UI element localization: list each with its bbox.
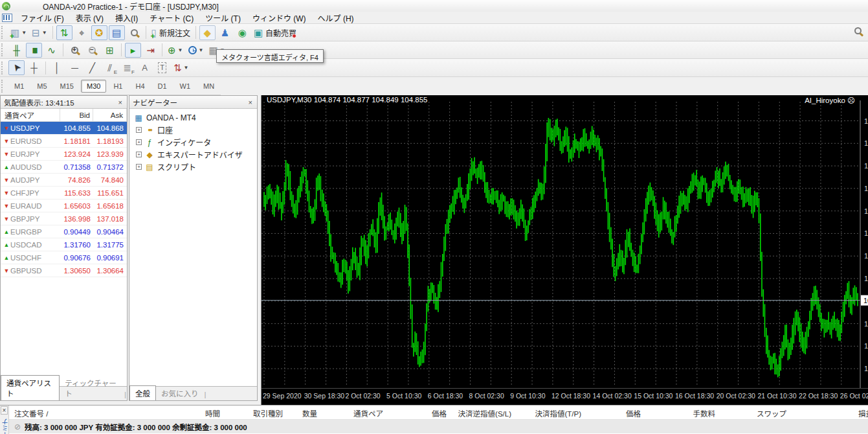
text-button[interactable]: A — [137, 60, 153, 75]
timeframe-m1[interactable]: M1 — [8, 80, 30, 93]
toolbar-grip[interactable] — [1, 43, 6, 56]
zoom-in-button[interactable]: + — [67, 43, 83, 58]
market-watch-row-eurusd[interactable]: ▼EURUSD1.181811.18193 — [1, 135, 127, 148]
timeframe-m15[interactable]: M15 — [54, 80, 80, 93]
signals-button[interactable]: ◉ — [234, 25, 250, 40]
trendline-button[interactable]: ╱ — [84, 60, 100, 75]
market-watch-row-eurjpy[interactable]: ▼EURJPY123.924123.939 — [1, 148, 127, 161]
navigator-root[interactable]: ▦OANDA - MT4 — [132, 111, 257, 124]
close-icon[interactable]: × — [1, 406, 8, 415]
navigator-item-indicators[interactable]: +ƒインディケータ — [132, 136, 257, 148]
terminal-vertical-tab[interactable]: ターミナル — [1, 417, 9, 434]
zoom-out-button[interactable]: − — [84, 43, 100, 58]
terminal-column-0[interactable]: 注文番号 / — [14, 408, 48, 418]
auto-scroll-button[interactable]: ▸ — [125, 43, 141, 58]
expand-icon[interactable]: + — [136, 127, 142, 133]
chart-window[interactable]: 106.050105.900105.750105.600105.450105.3… — [261, 95, 868, 405]
terminal-column-header[interactable]: 注文番号 /時間取引種別数量通貨ペア価格決済逆指値(S/L)決済指値(T/P)価… — [9, 405, 868, 420]
market-watch-row-usdchf[interactable]: ▲USDCHF0.906760.90691 — [1, 251, 127, 264]
chart-window-icon[interactable] — [2, 14, 12, 22]
navigator-toggle[interactable]: ✪ — [91, 25, 107, 40]
chart-time-axis[interactable]: 29 Sep 202030 Sep 18:302 Oct 02:305 Oct … — [262, 388, 868, 403]
equidistant-channel-button[interactable]: ⫽E — [102, 60, 118, 75]
menu-挿入I[interactable]: 挿入(I) — [109, 12, 144, 24]
menu-ツールT[interactable]: ツール (T) — [199, 12, 247, 24]
price-down-icon: ▼ — [3, 268, 10, 274]
toolbar-grip[interactable] — [1, 26, 6, 39]
market-watch-row-chfjpy[interactable]: ▼CHFJPY115.633115.651 — [1, 187, 127, 200]
menu-ファイルF[interactable]: ファイル (F) — [15, 12, 70, 24]
close-icon[interactable]: × — [117, 98, 124, 106]
market-watch-row-audusd[interactable]: ▲AUDUSD0.713580.71372 — [1, 161, 127, 174]
arrows-dropdown[interactable]: ⇅▼ — [172, 60, 191, 75]
column-ask[interactable]: Ask — [93, 109, 127, 121]
menu-ウィンドウW[interactable]: ウィンドウ (W) — [247, 12, 312, 24]
navigator-tab[interactable]: お気に入り — [156, 386, 204, 400]
market-watch-row-eurgbp[interactable]: ▲EURGBP0.904490.90464 — [1, 225, 127, 238]
timeframe-h4[interactable]: H4 — [129, 80, 150, 93]
market-watch-toggle[interactable]: ⇅ — [56, 25, 72, 40]
tile-windows-button[interactable]: ⊞ — [102, 43, 118, 58]
indicators-dropdown[interactable]: ⊕▼ — [166, 43, 185, 58]
periods-dropdown[interactable]: ▼ — [186, 43, 206, 58]
timeframe-w1[interactable]: W1 — [174, 80, 197, 93]
strategy-tester-toggle[interactable] — [126, 25, 142, 40]
timeframe-mn[interactable]: MN — [197, 80, 220, 93]
market-watch-column-header[interactable]: 通貨ペア Bid Ask — [1, 109, 127, 122]
navigator-item-scripts[interactable]: +▤スクリプト — [132, 161, 257, 173]
new-order-button[interactable]: ▯+新規注文 — [150, 25, 192, 40]
market-watch-row-gbpjpy[interactable]: ▼GBPJPY136.998137.018 — [1, 212, 127, 225]
horizontal-line-button[interactable]: ─ — [67, 60, 83, 75]
toolbar-separator — [195, 26, 196, 39]
market-watch-row-audjpy[interactable]: ▼AUDJPY74.82674.840 — [1, 174, 127, 187]
toolbar-grip[interactable] — [1, 62, 6, 74]
expand-icon[interactable]: + — [136, 164, 142, 170]
close-icon[interactable]: × — [247, 98, 254, 106]
candlestick-chart[interactable]: 106.050105.900105.750105.600105.450105.3… — [262, 95, 868, 405]
navigator-item-experts[interactable]: +◆エキスパートアドバイザ — [132, 148, 257, 161]
symbol-label: AUDUSD — [10, 163, 60, 171]
metaeditor-button[interactable]: ◆ — [199, 25, 216, 40]
candlestick-button[interactable]: ▮ — [26, 43, 42, 58]
column-symbol[interactable]: 通貨ペア — [1, 109, 60, 121]
timeframe-h1[interactable]: H1 — [107, 80, 128, 93]
navigator-item-label: 口座 — [157, 124, 173, 135]
chart-shift-button[interactable]: ⇥ — [142, 43, 159, 58]
column-bid[interactable]: Bid — [60, 109, 93, 121]
market-watch-tab[interactable]: ティックチャート — [60, 376, 124, 400]
cursor-button[interactable]: ➤ — [8, 60, 25, 75]
search-icon[interactable] — [854, 27, 862, 36]
market-watch-row-gbpusd[interactable]: ▼GBPUSD1.306501.30664 — [1, 264, 127, 277]
terminal-column-11[interactable]: 損益 — [776, 408, 868, 418]
expand-icon[interactable]: + — [136, 139, 142, 145]
new-chart-dropdown[interactable]: ▥+▼ — [8, 25, 28, 40]
ohlc-bars-button[interactable]: ╫ — [8, 43, 25, 58]
fibonacci-button[interactable]: ≣F — [119, 60, 135, 75]
timeframe-d1[interactable]: D1 — [152, 80, 173, 93]
navigator-tab[interactable]: 全般 — [129, 385, 156, 400]
timeframe-m5[interactable]: M5 — [31, 80, 52, 93]
market-watch-tab[interactable]: 通貨ペアリスト — [1, 375, 60, 400]
price-down-icon: ▼ — [3, 138, 10, 144]
autotrading-button[interactable]: ▣自動売買 — [252, 25, 298, 40]
terminal-toggle[interactable]: ▤ — [109, 25, 125, 40]
market-watch-row-euraud[interactable]: ▼EURAUD1.656031.65618 — [1, 200, 127, 212]
toolbar-grip[interactable] — [1, 80, 6, 93]
mql5-community-button[interactable]: ♟ — [217, 25, 233, 40]
timeframe-m30[interactable]: M30 — [81, 80, 106, 93]
line-chart-button[interactable]: ∿ — [43, 43, 60, 58]
expand-icon[interactable]: + — [136, 152, 142, 157]
crosshair-button[interactable]: ┼ — [26, 60, 42, 75]
profiles-dropdown[interactable]: ⊟▼ — [30, 25, 49, 40]
market-watch-row-usdcad[interactable]: ▲USDCAD1.317601.31775 — [1, 238, 127, 251]
data-window-toggle[interactable]: ⌖ — [74, 25, 90, 40]
timeframes-toolbar: M1M5M15M30H1H4D1W1MN — [0, 77, 221, 95]
market-watch-row-usdjpy[interactable]: ▼USDJPY104.855104.868 — [1, 122, 127, 135]
menu-ヘルプH[interactable]: ヘルプ (H) — [312, 12, 360, 24]
vertical-line-button[interactable]: │ — [49, 60, 65, 75]
navigator-item-accounts[interactable]: +●●口座 — [132, 124, 257, 136]
menu-表示V[interactable]: 表示 (V) — [70, 12, 109, 24]
text-label-button[interactable]: T — [154, 60, 170, 75]
terminal-column-10[interactable]: スワップ — [689, 408, 786, 418]
menu-チャートC[interactable]: チャート (C) — [144, 12, 199, 24]
